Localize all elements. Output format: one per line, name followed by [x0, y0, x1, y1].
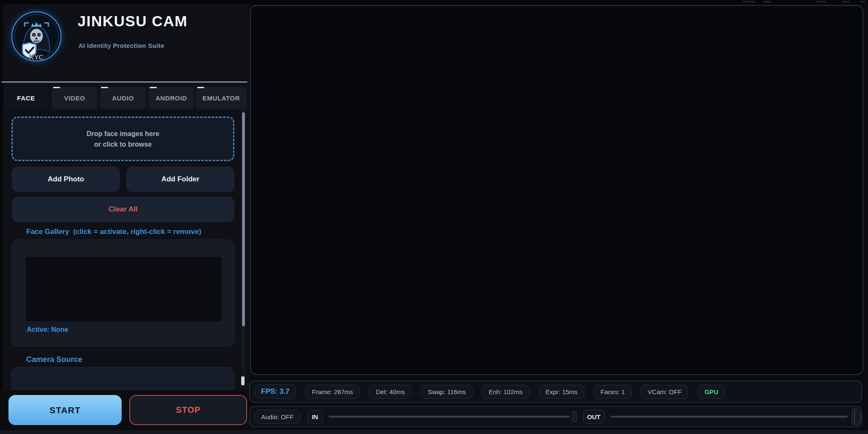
tab-emulator[interactable]: EMULATOR	[196, 87, 247, 109]
tab-top-tick	[197, 87, 204, 88]
face-gallery-label: Face Gallery (click = activate, right-cl…	[26, 228, 201, 236]
audio-in-label: IN	[308, 410, 323, 424]
tab-android-label: ANDROID	[156, 95, 187, 102]
window-left-border	[0, 0, 3, 434]
audio-in-slider-handle[interactable]	[572, 412, 577, 422]
tab-top-tick	[150, 87, 157, 88]
fps-status-pill: FPS: 3.7	[255, 384, 296, 399]
vcam-status-pill: VCam: OFF	[641, 385, 688, 399]
frame-time-pill: Frame: 287ms	[305, 385, 360, 399]
tab-android[interactable]: ANDROID	[148, 87, 194, 109]
audio-out-slider-handle[interactable]	[852, 409, 861, 425]
header-divider	[1, 81, 248, 83]
app-title: JINKUSU CAM	[78, 13, 188, 30]
tab-top-tick	[101, 87, 108, 88]
add-folder-label: Add Folder	[161, 175, 200, 184]
audio-out-label: OUT	[583, 410, 605, 424]
clear-all-label: Clear All	[108, 205, 137, 214]
tab-video-label: VIDEO	[64, 95, 85, 102]
tab-audio[interactable]: AUDIO	[100, 87, 146, 109]
window-control-mark	[763, 1, 771, 3]
start-label: START	[50, 405, 81, 415]
add-photo-button[interactable]: Add Photo	[12, 167, 120, 192]
tab-face[interactable]: FACE	[3, 87, 49, 109]
window-control-mark	[816, 1, 826, 3]
gpu-status-pill: GPU	[698, 385, 725, 399]
panel-splitter-handle[interactable]	[241, 376, 245, 385]
window-control-mark	[860, 1, 865, 3]
window-control-mark	[843, 1, 850, 3]
audio-in-slider[interactable]	[328, 416, 570, 417]
expression-time-pill: Expr: 15ms	[539, 385, 584, 399]
window-control-mark	[743, 1, 755, 3]
left-panel-scrollbar-thumb[interactable]	[242, 112, 245, 326]
audio-bar: Audio: OFF IN OUT	[249, 406, 862, 427]
dropzone-text-line2: or click to browse	[94, 139, 152, 150]
clear-all-button[interactable]: Clear All	[12, 197, 234, 222]
tab-video[interactable]: VIDEO	[52, 87, 97, 109]
add-photo-label: Add Photo	[48, 175, 84, 184]
stop-label: STOP	[176, 405, 200, 415]
app-logo-icon: KYC	[11, 11, 62, 62]
window-top-edge	[0, 0, 868, 4]
swap-time-pill: Swap: 116ms	[421, 385, 473, 399]
face-gallery-container[interactable]: Active: None	[11, 239, 234, 347]
camera-preview-area	[250, 5, 863, 375]
tab-face-label: FACE	[17, 95, 35, 102]
dropzone-text-line1: Drop face images here	[86, 128, 159, 139]
tab-emulator-label: EMULATOR	[203, 95, 240, 102]
audio-toggle-button[interactable]: Audio: OFF	[254, 410, 300, 424]
face-gallery-grid[interactable]	[26, 257, 222, 321]
tab-top-tick	[53, 87, 60, 88]
add-folder-button[interactable]: Add Folder	[126, 167, 234, 192]
logo-kyc-text: KYC	[29, 54, 44, 61]
window-bottom-edge	[0, 430, 868, 434]
status-bar: FPS: 3.7 Frame: 287ms Det: 40ms Swap: 11…	[249, 381, 862, 403]
left-footer: START STOP	[0, 390, 249, 430]
audio-out-slider[interactable]	[611, 416, 848, 417]
active-face-status: Active: None	[27, 326, 68, 334]
enhance-time-pill: Enh: 102ms	[482, 385, 529, 399]
detection-time-pill: Det: 40ms	[369, 385, 412, 399]
faces-count-pill: Faces: 1	[594, 385, 632, 399]
camera-source-label: Camera Source	[26, 355, 82, 364]
face-image-dropzone[interactable]: Drop face images here or click to browse	[11, 117, 234, 161]
app-subtitle: AI Identity Protection Suite	[78, 42, 164, 49]
stop-button[interactable]: STOP	[129, 395, 247, 425]
tab-audio-label: AUDIO	[112, 95, 134, 102]
start-button[interactable]: START	[8, 395, 122, 425]
